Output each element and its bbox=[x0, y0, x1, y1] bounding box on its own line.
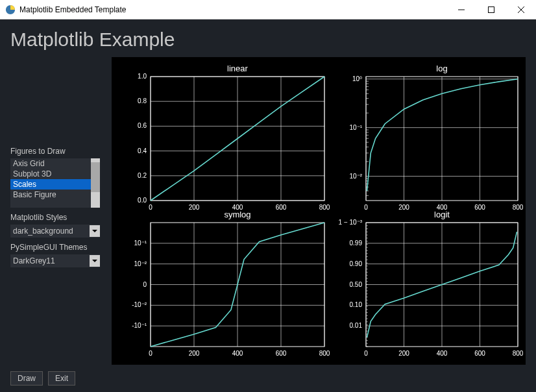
svg-rect-1 bbox=[489, 6, 494, 12]
draw-button[interactable]: Draw bbox=[10, 371, 43, 386]
exit-button[interactable]: Exit bbox=[48, 371, 75, 386]
chevron-down-icon[interactable] bbox=[90, 255, 100, 267]
style-combo[interactable]: dark_background bbox=[10, 225, 100, 238]
svg-text:10⁻²: 10⁻² bbox=[350, 173, 363, 180]
scrollbar-thumb[interactable] bbox=[91, 162, 100, 192]
theme-combo-value: DarkGrey11 bbox=[10, 256, 90, 265]
page-title: Matplotlib Example bbox=[10, 29, 526, 51]
close-button[interactable] bbox=[506, 0, 536, 19]
svg-text:0.99: 0.99 bbox=[350, 239, 363, 247]
figures-label: Figures to Draw bbox=[10, 147, 100, 156]
theme-combo[interactable]: DarkGrey11 bbox=[10, 254, 100, 267]
sidebar: Figures to Draw Axis GridSubplot 3DScale… bbox=[10, 57, 100, 365]
svg-text:0: 0 bbox=[143, 281, 147, 288]
themes-label: PySimpleGUI Themes bbox=[10, 243, 100, 252]
svg-text:0.01: 0.01 bbox=[350, 322, 363, 329]
svg-text:0.90: 0.90 bbox=[350, 260, 363, 267]
svg-text:10⁻¹: 10⁻¹ bbox=[134, 239, 147, 247]
styles-label: Matplotlib Styles bbox=[10, 213, 100, 222]
svg-text:10⁻²: 10⁻² bbox=[134, 260, 147, 267]
svg-text:600: 600 bbox=[276, 350, 287, 357]
svg-marker-4 bbox=[92, 230, 97, 232]
listbox-scrollbar[interactable] bbox=[91, 158, 100, 208]
svg-text:200: 200 bbox=[189, 350, 200, 357]
svg-text:0: 0 bbox=[149, 204, 152, 211]
svg-text:0.8: 0.8 bbox=[138, 97, 147, 104]
svg-text:0: 0 bbox=[364, 350, 368, 357]
app-icon bbox=[5, 5, 16, 15]
figures-listbox[interactable]: Axis GridSubplot 3DScalesBasic Figure bbox=[10, 158, 100, 208]
svg-text:0: 0 bbox=[364, 204, 368, 211]
plot-canvas: linear02004006008000.00.20.40.60.81.0log… bbox=[112, 57, 526, 365]
list-item[interactable]: Axis Grid bbox=[10, 158, 91, 169]
svg-text:symlog: symlog bbox=[224, 210, 250, 219]
svg-text:800: 800 bbox=[513, 204, 524, 211]
svg-text:600: 600 bbox=[474, 350, 485, 357]
window-title: Matplotlib Embedded Template bbox=[19, 5, 446, 14]
svg-text:-10⁻¹: -10⁻¹ bbox=[132, 322, 147, 329]
svg-text:0.10: 0.10 bbox=[350, 301, 363, 308]
svg-text:800: 800 bbox=[319, 350, 330, 357]
svg-marker-5 bbox=[92, 260, 97, 262]
svg-text:logit: logit bbox=[434, 210, 450, 219]
svg-text:0.4: 0.4 bbox=[138, 147, 147, 154]
client-area: Matplotlib Example Figures to Draw Axis … bbox=[0, 19, 536, 392]
svg-text:0.6: 0.6 bbox=[138, 122, 147, 129]
svg-text:200: 200 bbox=[398, 350, 409, 357]
minimize-button[interactable] bbox=[446, 0, 476, 19]
svg-text:600: 600 bbox=[474, 204, 485, 211]
content-row: Figures to Draw Axis GridSubplot 3DScale… bbox=[10, 57, 526, 365]
svg-text:200: 200 bbox=[189, 204, 200, 211]
svg-text:800: 800 bbox=[513, 350, 524, 357]
svg-text:1 − 10⁻³: 1 − 10⁻³ bbox=[339, 219, 363, 226]
svg-text:400: 400 bbox=[232, 350, 243, 357]
svg-text:400: 400 bbox=[437, 350, 448, 357]
svg-text:10⁻¹: 10⁻¹ bbox=[350, 124, 363, 131]
svg-text:-10⁻²: -10⁻² bbox=[132, 301, 147, 308]
list-item[interactable]: Basic Figure bbox=[10, 190, 91, 200]
titlebar: Matplotlib Embedded Template bbox=[0, 0, 536, 19]
svg-text:linear: linear bbox=[227, 64, 248, 73]
svg-text:0.50: 0.50 bbox=[350, 281, 363, 288]
style-combo-value: dark_background bbox=[10, 227, 90, 236]
svg-text:log: log bbox=[436, 64, 447, 73]
svg-text:800: 800 bbox=[319, 204, 330, 211]
svg-text:0.0: 0.0 bbox=[138, 197, 147, 204]
chevron-down-icon[interactable] bbox=[90, 225, 100, 237]
maximize-button[interactable] bbox=[476, 0, 506, 19]
list-item[interactable]: Subplot 3D bbox=[10, 169, 91, 179]
list-item[interactable]: Scales bbox=[10, 179, 91, 190]
svg-text:0.2: 0.2 bbox=[138, 172, 147, 179]
svg-text:10⁰: 10⁰ bbox=[352, 75, 362, 82]
button-row: Draw Exit bbox=[10, 371, 526, 386]
svg-text:600: 600 bbox=[276, 204, 287, 211]
svg-text:0: 0 bbox=[149, 350, 152, 357]
svg-text:200: 200 bbox=[398, 204, 409, 211]
svg-text:1.0: 1.0 bbox=[138, 73, 147, 80]
